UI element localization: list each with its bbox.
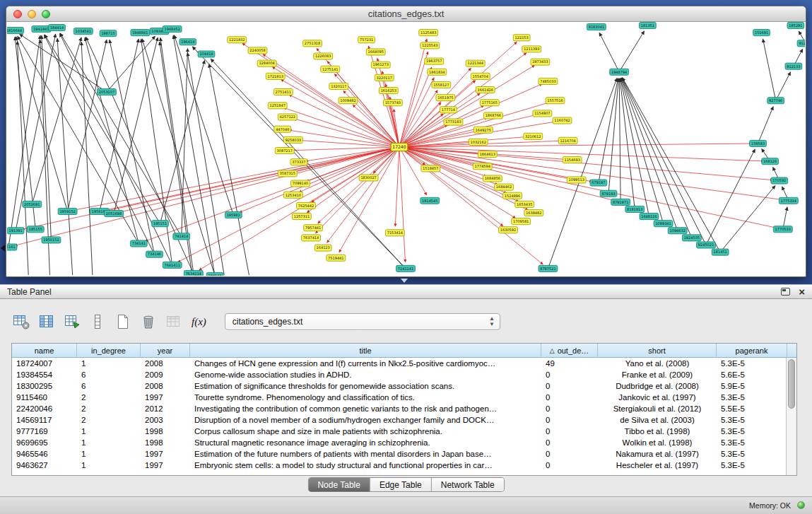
table-panel-header[interactable]: Table Panel × (0, 284, 812, 299)
column-header-out_degree[interactable]: △out_de… (541, 344, 598, 357)
graph-edge[interactable] (399, 147, 406, 262)
graph-edge[interactable] (100, 39, 139, 211)
graph-edge[interactable] (59, 33, 172, 265)
table-row[interactable]: 1456911722003Disruption of a novel membe… (12, 414, 796, 426)
graph-edge[interactable] (395, 147, 399, 226)
cell-in_degree[interactable]: 2 (77, 414, 141, 426)
cell-in_degree[interactable]: 2 (77, 392, 141, 403)
graph-edge[interactable] (622, 78, 706, 245)
cell-title[interactable]: Changes of HCN gene expression and I(f) … (190, 358, 541, 369)
cell-name[interactable]: 14569117 (12, 414, 77, 426)
cell-short[interactable]: de Silva et al. (2003) (598, 414, 717, 426)
vertical-scrollbar[interactable] (786, 358, 796, 475)
cell-name[interactable]: 9465546 (12, 448, 77, 460)
network-canvas[interactable]: 1816644194184118441410345411987151948841… (7, 22, 805, 276)
cell-year[interactable]: 1997 (141, 460, 190, 471)
cell-name[interactable]: 9115460 (12, 392, 77, 403)
graph-edge[interactable] (619, 78, 620, 202)
tab-node-table[interactable]: Node Table (308, 478, 370, 491)
cell-year[interactable]: 1997 (141, 448, 190, 460)
table-row[interactable]: 911546021997Tourette syndrome. Phenomeno… (12, 392, 796, 403)
cell-pagerank[interactable]: 5.3E-5 (717, 437, 787, 448)
cell-in_degree[interactable]: 1 (77, 460, 141, 471)
graph-edge[interactable] (18, 41, 29, 275)
graph-edge[interactable] (399, 52, 428, 147)
graph-edge[interactable] (107, 36, 155, 92)
cell-pagerank[interactable]: 5.3E-5 (717, 358, 787, 369)
cell-short[interactable]: Jankovic et al. (1997) (598, 392, 717, 403)
tab-network-table[interactable]: Network Table (431, 478, 504, 491)
graph-edge[interactable] (399, 147, 486, 177)
graph-edge[interactable] (141, 39, 172, 265)
cell-title[interactable]: Corpus callosum shape and size in male p… (190, 426, 541, 437)
cell-short[interactable]: Nakamura et al. (1997) (598, 448, 717, 460)
graph-edge[interactable] (60, 33, 182, 237)
cell-pagerank[interactable]: 5.3E-5 (717, 392, 787, 403)
graph-edge[interactable] (291, 147, 399, 151)
tab-edge-table[interactable]: Edge Table (370, 478, 431, 491)
splitter-collapse-handle[interactable] (401, 279, 408, 283)
cell-pagerank[interactable]: 5.3E-5 (717, 426, 787, 437)
graph-edge[interactable] (599, 33, 619, 72)
cell-title[interactable]: Genome-wide association studies in ADHD. (190, 369, 541, 380)
cell-year[interactable]: 1997 (141, 392, 190, 403)
graph-edge[interactable] (758, 107, 774, 144)
cell-short[interactable]: Franke et al. (2009) (598, 369, 717, 380)
column-header-short[interactable]: short (598, 344, 717, 357)
graph-edge[interactable] (300, 140, 399, 147)
cell-year[interactable]: 2009 (141, 369, 190, 380)
graph-edge[interactable] (42, 35, 52, 240)
graph-edge[interactable] (399, 39, 427, 147)
function-builder-button[interactable]: f(x) (189, 316, 208, 328)
column-header-name[interactable]: name (12, 344, 77, 357)
cell-pagerank[interactable]: 5.3E-5 (717, 414, 787, 426)
column-header-pagerank[interactable]: pagerank (717, 344, 787, 357)
graph-edge[interactable] (187, 52, 224, 275)
cell-pagerank[interactable]: 5.3E-5 (717, 448, 787, 460)
cell-out_degree[interactable]: 0 (541, 460, 598, 471)
graph-edge[interactable] (178, 147, 399, 262)
table-row[interactable]: 1938455462009Genome-wide association stu… (12, 369, 796, 380)
cell-name[interactable]: 9777169 (12, 426, 77, 437)
graph-edge[interactable] (68, 40, 107, 211)
cell-year[interactable]: 2008 (141, 358, 190, 369)
graph-edge[interactable] (160, 42, 192, 275)
graph-edge[interactable] (81, 42, 93, 275)
cell-year[interactable]: 2008 (141, 380, 190, 392)
scrollbar-thumb[interactable] (788, 359, 795, 409)
cell-title[interactable]: Investigating the contribution of common… (190, 403, 541, 414)
column-functions-icon[interactable] (88, 313, 107, 332)
cell-in_degree[interactable]: 6 (77, 369, 141, 380)
table-selector-combobox[interactable]: citations_edges.txt ▲ ▼ (225, 313, 500, 330)
cell-in_degree[interactable]: 2 (77, 403, 141, 414)
graph-edge[interactable] (16, 37, 68, 211)
graph-edge[interactable] (44, 35, 154, 254)
graph-edge[interactable] (599, 78, 618, 183)
table-row[interactable]: 946554611997Estimation of the future num… (12, 448, 796, 460)
graph-edge[interactable] (548, 78, 617, 269)
graph-edge[interactable] (45, 35, 160, 223)
column-header-in_degree[interactable]: in_degree (77, 344, 141, 357)
graph-edge[interactable] (15, 37, 35, 229)
cell-out_degree[interactable]: 49 (541, 358, 598, 369)
new-column-icon[interactable] (113, 313, 132, 332)
column-header-title[interactable]: title (190, 344, 541, 357)
cell-in_degree[interactable]: 1 (77, 426, 141, 437)
cell-name[interactable]: 9463627 (12, 460, 77, 471)
cell-short[interactable]: Stergiakouli et al. (2012) (598, 403, 717, 414)
cell-in_degree[interactable]: 1 (77, 358, 141, 369)
citation-network-graph[interactable]: 1816644194184118441410345411987151948841… (7, 22, 805, 276)
cell-in_degree[interactable]: 1 (77, 437, 141, 448)
import-table-icon[interactable] (62, 313, 81, 332)
table-settings-icon[interactable] (11, 313, 30, 332)
graph-edge[interactable] (289, 130, 399, 147)
table-row[interactable]: 969969511998Structural magnetic resonanc… (12, 437, 796, 448)
cell-out_degree[interactable]: 0 (541, 403, 598, 414)
cell-out_degree[interactable]: 0 (541, 414, 598, 426)
left-splitter-arrow[interactable] (1, 245, 5, 252)
cell-name[interactable]: 22420046 (12, 403, 77, 414)
graph-edge[interactable] (720, 185, 775, 252)
cell-title[interactable]: Structural magnetic resonance image aver… (190, 437, 541, 448)
graph-edge[interactable] (8, 35, 40, 247)
table-row[interactable]: 1830029562008Estimation of significance … (12, 380, 796, 392)
